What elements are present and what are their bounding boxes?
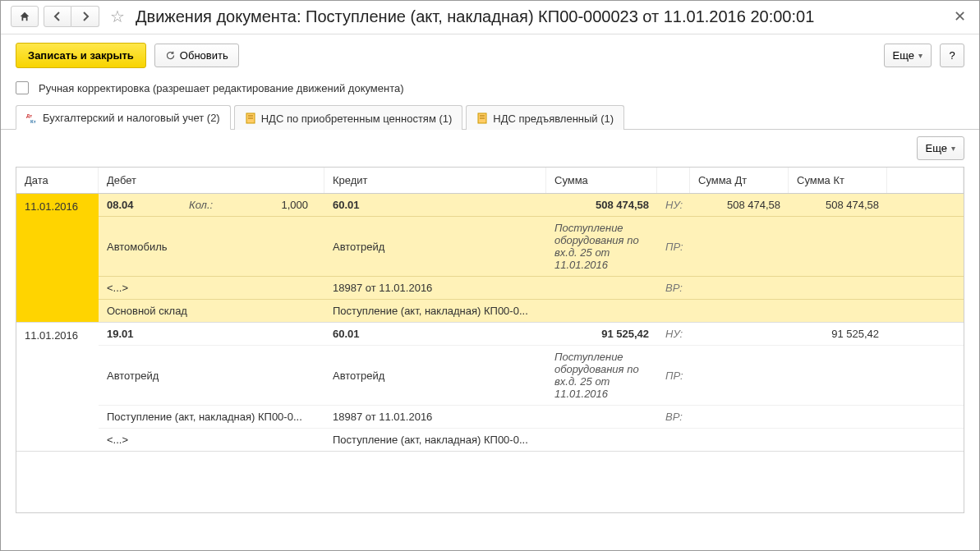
help-button[interactable]: ? bbox=[940, 44, 964, 67]
home-icon bbox=[19, 11, 30, 22]
header-sumkt[interactable]: Сумма Кт bbox=[789, 168, 887, 193]
more-label: Еще bbox=[893, 49, 914, 62]
save-close-button[interactable]: Записать и закрыть bbox=[16, 43, 146, 68]
sumdt-value: 508 474,58 bbox=[690, 194, 789, 216]
debit-line: Автомобиль bbox=[99, 236, 324, 258]
track-vr: ВР: bbox=[657, 277, 690, 299]
manual-edit-checkbox[interactable] bbox=[16, 81, 29, 94]
debit-account: 19.01 bbox=[107, 328, 189, 340]
svg-text:Дт: Дт bbox=[26, 113, 32, 118]
sumkt-value: 91 525,42 bbox=[789, 323, 887, 345]
entries-grid: Дата Дебет Кредит Сумма Сумма Дт Сумма К… bbox=[16, 167, 964, 513]
track-nu: НУ: bbox=[657, 194, 690, 216]
entry-details: 19.01 60.01 91 525,42 НУ: 91 525,42 Авто… bbox=[99, 323, 964, 451]
nav-buttons bbox=[44, 6, 99, 27]
entry-row[interactable]: 11.01.2016 19.01 60.01 91 525,42 НУ: 91 … bbox=[16, 323, 964, 452]
qty-value: 1,000 bbox=[238, 199, 316, 211]
track-nu: НУ: bbox=[657, 323, 690, 345]
credit-line: 18987 от 11.01.2016 bbox=[324, 277, 546, 299]
entry-desc: Поступление оборудования по вх.д. 25 от … bbox=[546, 217, 657, 276]
chevron-down-icon: ▾ bbox=[951, 144, 955, 153]
manual-edit-label: Ручная корректировка (разрешает редактир… bbox=[39, 82, 404, 94]
grid-header: Дата Дебет Кредит Сумма Сумма Дт Сумма К… bbox=[16, 168, 964, 194]
entry-details: 08.04 Кол.: 1,000 60.01 508 474,58 НУ: 5… bbox=[99, 194, 964, 322]
titlebar: ☆ Движения документа: Поступление (акт, … bbox=[1, 1, 979, 34]
sumkt-value: 508 474,58 bbox=[789, 194, 887, 216]
inner-toolbar: Еще ▾ bbox=[1, 130, 979, 167]
header-track bbox=[657, 168, 690, 193]
cell-date: 11.01.2016 bbox=[16, 194, 99, 322]
tab-label: Бухгалтерский и налоговый учет (2) bbox=[43, 112, 220, 124]
qty-label bbox=[189, 328, 238, 340]
header-date[interactable]: Дата bbox=[16, 168, 99, 193]
tab-vat-purchase[interactable]: НДС по приобретенным ценностям (1) bbox=[234, 105, 463, 130]
tab-label: НДС предъявленный (1) bbox=[493, 112, 614, 125]
credit-account: 60.01 bbox=[324, 323, 546, 345]
debit-line: <...> bbox=[99, 429, 324, 451]
credit-line: Поступление (акт, накладная) КП00-0... bbox=[324, 429, 546, 451]
track-pr: ПР: bbox=[657, 365, 690, 387]
tab-accounting[interactable]: ДтКт Бухгалтерский и налоговый учет (2) bbox=[16, 105, 231, 130]
credit-account: 60.01 bbox=[324, 194, 546, 216]
header-credit[interactable]: Кредит bbox=[324, 168, 546, 193]
sumdt-value bbox=[690, 329, 789, 339]
doc-icon bbox=[476, 112, 488, 124]
favorite-star-icon[interactable]: ☆ bbox=[108, 7, 127, 26]
tabs: ДтКт Бухгалтерский и налоговый учет (2) … bbox=[1, 104, 979, 130]
inner-more-label: Еще bbox=[926, 142, 947, 154]
header-sum[interactable]: Сумма bbox=[546, 168, 657, 193]
cell-date: 11.01.2016 bbox=[16, 323, 99, 451]
header-sumdt[interactable]: Сумма Дт bbox=[690, 168, 789, 193]
track-vr: ВР: bbox=[657, 406, 690, 428]
track-pr: ПР: bbox=[657, 236, 690, 258]
tab-label: НДС по приобретенным ценностям (1) bbox=[261, 112, 453, 125]
arrow-right-icon bbox=[81, 11, 90, 21]
refresh-button[interactable]: Обновить bbox=[154, 44, 239, 67]
entry-desc: Поступление оборудования по вх.д. 25 от … bbox=[546, 346, 657, 405]
qty-value bbox=[238, 328, 316, 340]
grid-body[interactable]: 11.01.2016 08.04 Кол.: 1,000 60.01 508 4… bbox=[16, 194, 964, 512]
debit-line: Основной склад bbox=[99, 300, 324, 322]
app-window: ☆ Движения документа: Поступление (акт, … bbox=[0, 0, 980, 551]
page-title: Движения документа: Поступление (акт, на… bbox=[136, 7, 814, 26]
doc-icon bbox=[245, 112, 256, 124]
credit-line: Автотрейд bbox=[324, 236, 546, 258]
sum-value: 91 525,42 bbox=[546, 323, 657, 345]
credit-line: Поступление (акт, накладная) КП00-0... bbox=[324, 300, 546, 322]
toolbar: Записать и закрыть Обновить Еще ▾ ? bbox=[1, 34, 979, 78]
close-icon[interactable]: ✕ bbox=[950, 7, 969, 25]
debit-account: 08.04 bbox=[107, 199, 189, 211]
back-button[interactable] bbox=[44, 6, 71, 27]
credit-line: Автотрейд bbox=[324, 365, 546, 387]
credit-line: 18987 от 11.01.2016 bbox=[324, 406, 546, 428]
refresh-icon bbox=[165, 50, 176, 61]
manual-edit-row: Ручная корректировка (разрешает редактир… bbox=[1, 78, 979, 104]
header-tail bbox=[887, 168, 964, 193]
svg-text:Кт: Кт bbox=[30, 119, 36, 124]
sum-value: 508 474,58 bbox=[546, 194, 657, 216]
header-debit[interactable]: Дебет bbox=[99, 168, 324, 193]
refresh-label: Обновить bbox=[180, 49, 228, 62]
dtkt-icon: ДтКт bbox=[26, 112, 38, 124]
debit-line: Автотрейд bbox=[99, 365, 324, 387]
arrow-left-icon bbox=[53, 11, 62, 21]
qty-label: Кол.: bbox=[189, 199, 238, 211]
more-button[interactable]: Еще ▾ bbox=[884, 44, 932, 67]
forward-button[interactable] bbox=[71, 6, 99, 27]
entry-row[interactable]: 11.01.2016 08.04 Кол.: 1,000 60.01 508 4… bbox=[16, 194, 964, 323]
inner-more-button[interactable]: Еще ▾ bbox=[917, 136, 964, 160]
debit-line: <...> bbox=[99, 277, 324, 299]
chevron-down-icon: ▾ bbox=[918, 51, 922, 60]
debit-line: Поступление (акт, накладная) КП00-0... bbox=[99, 406, 324, 428]
home-button[interactable] bbox=[11, 6, 39, 27]
tab-vat-claimed[interactable]: НДС предъявленный (1) bbox=[466, 105, 624, 130]
